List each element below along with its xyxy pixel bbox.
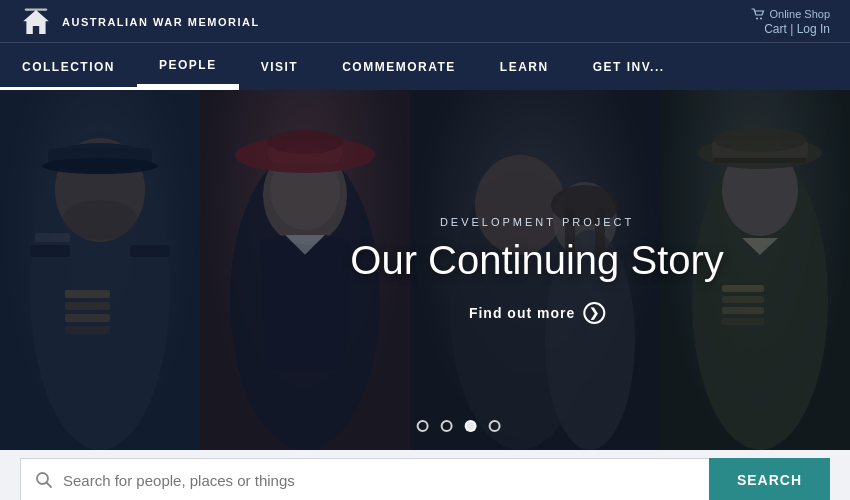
top-bar: AUSTRALIAN WAR MEMORIAL Online Shop Cart… <box>0 0 850 42</box>
slide-dot-3[interactable] <box>465 420 477 432</box>
nav-item-commemorate[interactable]: COMMEMORATE <box>320 43 478 90</box>
nav-item-people[interactable]: PEOPLE <box>137 43 239 90</box>
dev-project-label: DEVELOPMENT PROJECT <box>350 216 724 228</box>
site-title: AUSTRALIAN WAR MEMORIAL <box>62 16 260 28</box>
svg-line-43 <box>47 483 52 488</box>
hero-title: Our Continuing Story <box>350 238 724 282</box>
logo-icon <box>20 8 52 36</box>
logo-area: AUSTRALIAN WAR MEMORIAL <box>20 8 260 36</box>
search-icon <box>35 471 53 489</box>
find-out-more-link[interactable]: Find out more ❯ <box>469 302 605 324</box>
svg-rect-0 <box>25 8 47 10</box>
cart-login-links[interactable]: Cart | Log In <box>764 22 830 36</box>
cart-icon <box>751 8 765 20</box>
search-input[interactable] <box>63 472 695 489</box>
online-shop-link[interactable]: Online Shop <box>751 8 830 20</box>
svg-point-1 <box>756 18 758 20</box>
slide-dot-1[interactable] <box>417 420 429 432</box>
slide-dot-4[interactable] <box>489 420 501 432</box>
nav-item-visit[interactable]: VISIT <box>239 43 321 90</box>
nav-item-collection[interactable]: COLLECTION <box>0 43 137 90</box>
nav-item-get-inv[interactable]: GET INV... <box>571 43 687 90</box>
hero-section: DEVELOPMENT PROJECT Our Continuing Story… <box>0 90 850 450</box>
nav-item-learn[interactable]: LEARN <box>478 43 571 90</box>
svg-point-2 <box>760 18 762 20</box>
search-bar: Search <box>0 450 850 500</box>
search-button[interactable]: Search <box>709 458 830 500</box>
hero-content: DEVELOPMENT PROJECT Our Continuing Story… <box>350 216 724 324</box>
arrow-circle-icon: ❯ <box>583 302 605 324</box>
main-nav: COLLECTION PEOPLE VISIT COMMEMORATE LEAR… <box>0 42 850 90</box>
search-input-wrapper <box>20 458 709 500</box>
slide-dot-2[interactable] <box>441 420 453 432</box>
top-right-links: Online Shop Cart | Log In <box>751 8 830 36</box>
slide-indicators <box>417 420 501 432</box>
